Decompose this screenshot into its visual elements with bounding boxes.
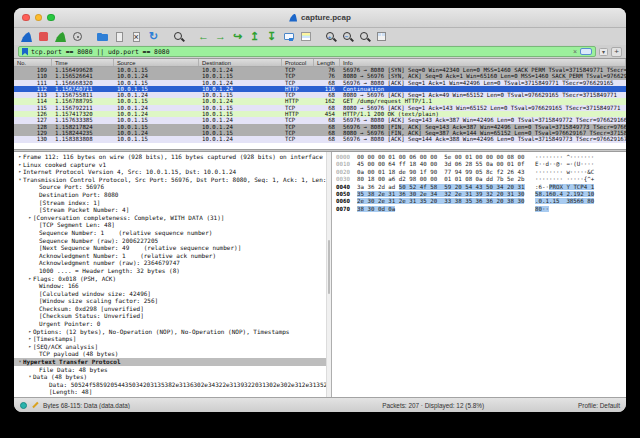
detail-line[interactable]: ▸[SEQ/ACK analysis] xyxy=(14,343,331,351)
detail-line[interactable]: Acknowledgment number (raw): 2364679747 xyxy=(14,259,331,267)
detail-line[interactable]: [Next Sequence Number: 49 (relative sequ… xyxy=(14,244,331,252)
detail-line[interactable]: Source Port: 56976 xyxy=(14,183,331,191)
filter-add-button[interactable]: + xyxy=(611,47,622,57)
resize-columns-icon[interactable] xyxy=(375,30,388,43)
detail-line[interactable]: [Stream Packet Number: 4] xyxy=(14,206,331,214)
detail-line[interactable]: ▸Frame 112: 116 bytes on wire (928 bits)… xyxy=(14,153,331,161)
column-header-source[interactable]: Source xyxy=(114,59,199,66)
colorize-icon[interactable] xyxy=(299,30,312,43)
expert-info-icon[interactable] xyxy=(20,402,27,409)
close-file-icon[interactable] xyxy=(130,30,143,43)
detail-line[interactable]: [Calculated window size: 42496] xyxy=(14,290,331,298)
hex-ascii-selected[interactable]: 80·· xyxy=(535,206,549,212)
filter-clear-icon[interactable]: × xyxy=(573,48,577,55)
detail-line[interactable]: 1000 .... = Header Length: 32 bytes (8) xyxy=(14,267,331,275)
detail-scrollbar[interactable] xyxy=(326,152,331,397)
zoom-reset-icon[interactable] xyxy=(358,30,371,43)
start-capture-icon[interactable] xyxy=(20,30,33,43)
detail-line[interactable]: [TCP Segment Len: 48] xyxy=(14,221,331,229)
hex-bytes[interactable]: 00 00 00 01 00 06 00 00 5e 00 01 00 00 0… xyxy=(357,154,525,160)
column-header-protocol[interactable]: Protocol xyxy=(282,59,314,66)
detail-line[interactable]: Data: 50524f58592054435034203135382e3136… xyxy=(14,381,331,389)
column-header-destination[interactable]: Destination xyxy=(199,59,282,66)
detail-line[interactable]: ▸Options: (12 bytes), No-Operation (NOP)… xyxy=(14,328,331,336)
reload-icon[interactable]: ↻ xyxy=(147,30,160,43)
detail-line[interactable]: ▾Hypertext Transfer Protocol xyxy=(14,358,331,366)
hex-ascii-selected[interactable]: 58.160.4 2.192 10 xyxy=(535,191,594,197)
hex-row[interactable]: 0020 0a 00 01 18 de 90 1f 90 77 94 99 05… xyxy=(336,169,626,176)
column-header-no[interactable]: No. xyxy=(14,59,52,66)
go-first-packet-icon[interactable]: ↥ xyxy=(248,30,261,43)
detail-line[interactable]: Destination Port: 8080 xyxy=(14,191,331,199)
detail-line[interactable]: TCP payload (48 bytes) xyxy=(14,350,331,358)
hex-row[interactable]: 0050 35 38 2e 31 36 30 2e 34 32 2e 31 39… xyxy=(336,191,626,198)
hex-bytes[interactable]: 3a 36 2d ad xyxy=(357,184,399,190)
detail-line[interactable]: [Length: 48] xyxy=(14,388,331,396)
hex-bytes-selected[interactable]: 35 38 2e 31 36 30 2e 34 32 2e 31 39 32 2… xyxy=(357,191,525,197)
packet-cell: 10.0.1.24 xyxy=(199,136,282,142)
go-last-packet-icon[interactable]: ↧ xyxy=(265,30,278,43)
detail-line[interactable]: File Data: 48 bytes xyxy=(14,366,331,374)
hex-bytes[interactable]: 80 18 00 a6 d2 98 00 00 01 01 08 0a dd 7… xyxy=(357,176,525,182)
detail-line[interactable]: ▸[Conversation completeness: Complete, W… xyxy=(14,214,331,222)
hex-row[interactable]: 0070 38 30 0d 0a 80·· xyxy=(336,206,626,213)
hex-bytes[interactable]: 0a 00 01 18 de 90 1f 90 77 94 99 05 8c f… xyxy=(357,169,525,175)
hex-ascii-selected[interactable]: PROX Y TCP4 1 xyxy=(549,184,594,190)
detail-line[interactable]: Urgent Pointer: 0 xyxy=(14,320,331,328)
hex-row[interactable]: 0030 80 18 00 a6 d2 98 00 00 01 01 08 0a… xyxy=(336,176,626,183)
open-file-icon[interactable] xyxy=(96,30,109,43)
detail-line[interactable]: [Stream index: 1] xyxy=(14,199,331,207)
hex-ascii[interactable]: ········ w·····&C xyxy=(535,169,594,175)
go-to-packet-icon[interactable]: ↪ xyxy=(231,30,244,43)
hex-bytes[interactable]: 45 00 00 64 ff 18 40 00 3d 06 28 55 0a 0… xyxy=(357,161,525,167)
go-back-icon[interactable]: ← xyxy=(197,30,210,43)
detail-line[interactable]: Sequence Number (raw): 2006227205 xyxy=(14,237,331,245)
detail-line[interactable]: Checksum: 0xd298 [unverified] xyxy=(14,305,331,313)
detail-line[interactable]: ▸[Timestamps] xyxy=(14,335,331,343)
status-profile[interactable]: Profile: Default xyxy=(578,402,620,409)
detail-line[interactable]: ▸Linux cooked capture v1 xyxy=(14,161,331,169)
hex-bytes-selected[interactable]: 50 52 4f 58 59 20 54 43 50 34 20 31 xyxy=(399,184,525,190)
stop-capture-icon[interactable] xyxy=(37,30,50,43)
filter-apply-button[interactable] xyxy=(580,48,592,55)
zoom-out-icon[interactable]: − xyxy=(341,30,354,43)
hex-row[interactable]: 0060 2e 30 2e 31 2e 31 35 20 33 38 35 36… xyxy=(336,198,626,205)
hex-row[interactable]: 0010 45 00 00 64 ff 18 40 00 3d 06 28 55… xyxy=(336,161,626,168)
detail-line[interactable]: ▸Internet Protocol Version 4, Src: 10.0.… xyxy=(14,168,331,176)
display-filter-input[interactable] xyxy=(31,47,570,56)
detail-line[interactable]: Window: 166 xyxy=(14,282,331,290)
detail-line[interactable]: ▾Data (48 bytes) xyxy=(14,373,331,381)
column-header-length[interactable]: Length xyxy=(314,59,340,66)
detail-line[interactable]: [Window size scaling factor: 256] xyxy=(14,297,331,305)
restart-capture-icon[interactable] xyxy=(54,30,67,43)
find-packet-icon[interactable] xyxy=(172,30,185,43)
hex-ascii-selected[interactable]: .0.1.15 38566 80 xyxy=(535,198,594,204)
detail-line[interactable]: Acknowledgment Number: 1 (relative ack n… xyxy=(14,252,331,260)
capture-options-icon[interactable] xyxy=(71,30,84,43)
save-file-icon[interactable] xyxy=(113,30,126,43)
packet-bytes-pane: 0000 00 00 00 01 00 06 00 00 5e 00 01 00… xyxy=(332,152,626,397)
detail-line[interactable]: Sequence Number: 1 (relative sequence nu… xyxy=(14,229,331,237)
filter-bookmark-icon[interactable] xyxy=(22,48,28,56)
hex-ascii[interactable]: ········ ^······· xyxy=(535,154,594,160)
hex-ascii[interactable]: :6-· xyxy=(535,184,549,190)
capture-comment-icon[interactable] xyxy=(31,401,39,409)
detail-line[interactable]: [Checksum Status: Unverified] xyxy=(14,312,331,320)
filter-expression-dropdown[interactable]: ▾ xyxy=(599,48,608,56)
detail-line[interactable]: ▸Flags: 0x018 (PSH, ACK) xyxy=(14,275,331,283)
go-forward-icon[interactable]: → xyxy=(214,30,227,43)
hex-row[interactable]: 0040 3a 36 2d ad 50 52 4f 58 59 20 54 43… xyxy=(336,184,626,191)
display-filter-field[interactable]: × xyxy=(18,46,596,57)
hex-bytes-selected[interactable]: 2e 30 2e 31 2e 31 35 20 33 38 35 36 36 2… xyxy=(357,198,525,204)
zoom-in-icon[interactable]: + xyxy=(324,30,337,43)
column-header-time[interactable]: Time xyxy=(52,59,114,66)
hex-row[interactable]: 0000 00 00 00 01 00 06 00 00 5e 00 01 00… xyxy=(336,154,626,161)
detail-line[interactable]: ▾Transmission Control Protocol, Src Port… xyxy=(14,176,331,184)
column-header-info[interactable]: Info xyxy=(340,59,626,66)
hex-bytes-selected[interactable]: 38 30 0d 0a xyxy=(357,206,395,212)
detail-scrollbar-thumb[interactable] xyxy=(328,240,330,294)
hex-ascii[interactable]: ········ ·····{^+ xyxy=(535,176,594,182)
packet-row[interactable]: 1301.15838380810.0.1.1510.0.1.24TCP68569… xyxy=(14,136,626,142)
hex-ascii[interactable]: E··d··@· =·(U···· xyxy=(535,161,594,167)
auto-scroll-icon[interactable] xyxy=(282,30,295,43)
